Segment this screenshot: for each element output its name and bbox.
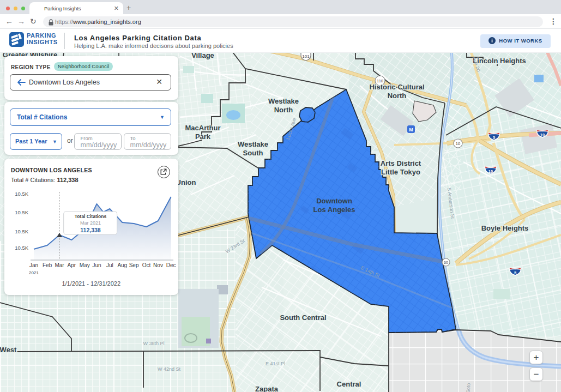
svg-text:10.5K: 10.5K <box>15 209 28 215</box>
svg-text:Historic Cultural: Historic Cultural <box>369 83 424 91</box>
svg-text:Jun: Jun <box>92 262 101 268</box>
svg-text:Jan: Jan <box>29 262 38 268</box>
svg-text:E 41st Pl: E 41st Pl <box>266 361 285 366</box>
svg-text:West: West <box>0 346 17 354</box>
svg-text:5: 5 <box>514 270 516 275</box>
svg-text:Little Tokyo: Little Tokyo <box>381 168 420 176</box>
svg-text:Mar: Mar <box>55 262 64 268</box>
svg-text:60: 60 <box>444 261 448 264</box>
svg-text:Westlake: Westlake <box>238 140 268 148</box>
svg-text:Los Angeles: Los Angeles <box>313 206 355 214</box>
svg-text:2021: 2021 <box>29 270 39 275</box>
svg-text:10.5K: 10.5K <box>15 228 28 234</box>
svg-text:112,338: 112,338 <box>80 226 101 233</box>
svg-text:North: North <box>388 92 407 100</box>
svg-text:South: South <box>243 149 263 157</box>
svg-text:May: May <box>80 262 90 268</box>
svg-text:Downtown: Downtown <box>316 197 352 205</box>
svg-text:Lincoln Heights: Lincoln Heights <box>473 57 526 65</box>
svg-text:Village: Village <box>191 53 214 59</box>
svg-text:Boyle Heights: Boyle Heights <box>481 224 529 232</box>
svg-text:10.5K: 10.5K <box>15 245 28 251</box>
svg-text:Park: Park <box>195 132 211 141</box>
svg-text:10: 10 <box>540 132 545 137</box>
svg-text:North: North <box>274 106 293 114</box>
svg-text:10.5K: 10.5K <box>15 191 28 197</box>
svg-text:Zapata: Zapata <box>255 385 279 392</box>
svg-text:Union: Union <box>176 178 196 186</box>
svg-text:Aug: Aug <box>117 262 127 268</box>
svg-text:Total Citations: Total Citations <box>75 214 107 219</box>
svg-text:Oct: Oct <box>142 262 151 268</box>
svg-text:101: 101 <box>302 54 310 59</box>
svg-text:Soto: Soto <box>466 383 472 392</box>
svg-text:Nov: Nov <box>153 262 163 268</box>
svg-text:Jul: Jul <box>106 262 113 268</box>
svg-text:South Central: South Central <box>280 313 326 322</box>
svg-text:Central: Central <box>337 380 361 388</box>
svg-text:W 38th Pl: W 38th Pl <box>143 341 164 346</box>
svg-text:10: 10 <box>456 141 460 146</box>
svg-text:Apr: Apr <box>68 262 76 268</box>
svg-text:Sep: Sep <box>129 262 139 268</box>
svg-text:Arts District: Arts District <box>381 159 421 167</box>
svg-text:W 42nd St: W 42nd St <box>158 366 181 372</box>
svg-text:MacArthur: MacArthur <box>185 124 220 132</box>
svg-text:5: 5 <box>493 135 495 140</box>
svg-text:Feb: Feb <box>43 262 52 268</box>
svg-text:M: M <box>409 127 413 132</box>
svg-text:Westlake: Westlake <box>268 97 299 105</box>
svg-text:Dec: Dec <box>166 262 176 268</box>
svg-text:10: 10 <box>488 169 493 174</box>
svg-text:Mar 2021: Mar 2021 <box>80 220 101 226</box>
